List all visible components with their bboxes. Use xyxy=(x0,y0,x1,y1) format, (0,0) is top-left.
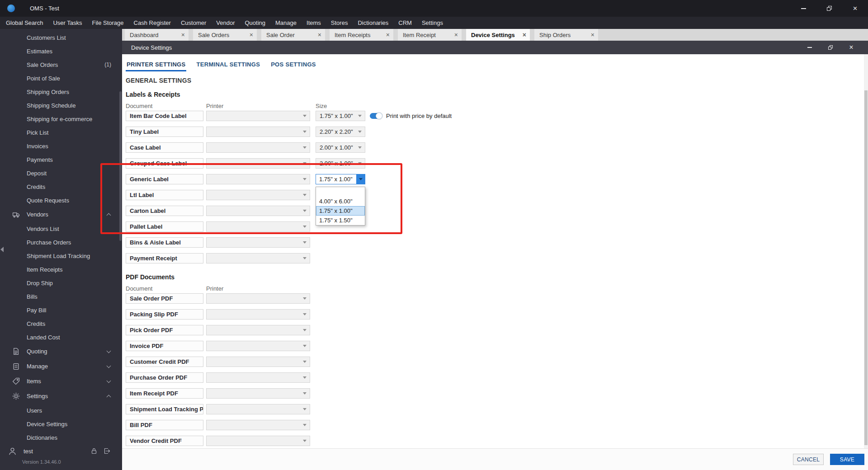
printer-select[interactable] xyxy=(206,404,310,414)
sidebar-item-payments[interactable]: Payments xyxy=(0,153,122,166)
printer-select[interactable] xyxy=(206,309,310,320)
sidebar-item-vendors-list[interactable]: Vendors List xyxy=(0,222,122,235)
dropdown-option-blank[interactable] xyxy=(316,187,365,197)
menu-item-customer[interactable]: Customer xyxy=(176,17,211,29)
printer-select[interactable] xyxy=(206,357,310,367)
tab-close-icon[interactable]: × xyxy=(591,32,594,38)
tab-close-icon[interactable]: × xyxy=(250,32,253,38)
printer-select[interactable] xyxy=(206,253,310,263)
size-select[interactable]: 2.00" x 1.00" xyxy=(316,158,365,169)
menu-item-dictionaries[interactable]: Dictionaries xyxy=(353,17,393,29)
printer-select[interactable] xyxy=(206,341,310,351)
menu-item-global-search[interactable]: Global Search xyxy=(1,17,48,29)
size-select[interactable]: 1.75" x 1.00" xyxy=(316,111,365,121)
cancel-button[interactable]: CANCEL xyxy=(793,454,824,465)
panel-close-button[interactable]: × xyxy=(841,41,862,54)
tab-ship-orders[interactable]: Ship Orders× xyxy=(534,29,598,41)
sidebar-scrollbar-thumb[interactable] xyxy=(119,91,122,241)
sidebar-item-customers-list[interactable]: Customers List xyxy=(0,31,122,44)
sidebar-item-point-of-sale[interactable]: Point of Sale xyxy=(0,71,122,85)
panel-maximize-button[interactable] xyxy=(820,41,841,54)
printer-select[interactable] xyxy=(206,111,310,121)
dropdown-option-1-75-x-1-00[interactable]: 1.75" x 1.00" xyxy=(316,206,365,216)
menu-item-items[interactable]: Items xyxy=(302,17,326,29)
printer-select[interactable] xyxy=(206,174,310,184)
printer-select[interactable] xyxy=(206,221,310,232)
panel-minimize-button[interactable] xyxy=(799,41,820,54)
size-combobox[interactable]: 1.75" x 1.00"4.00" x 6.00"1.75" x 1.00"1… xyxy=(316,174,365,184)
printer-select[interactable] xyxy=(206,325,310,335)
printer-select[interactable] xyxy=(206,436,310,446)
tab-item-receipt[interactable]: Item Receipt× xyxy=(398,29,462,41)
combobox-dropdown-button[interactable] xyxy=(356,174,365,184)
sidebar-item-invoices[interactable]: Invoices xyxy=(0,139,122,153)
sidebar-item-device-settings[interactable]: Device Settings xyxy=(0,417,122,431)
sidebar-section-quoting[interactable]: Quoting xyxy=(0,344,122,359)
tab-close-icon[interactable]: × xyxy=(386,32,390,38)
sidebar-item-pick-list[interactable]: Pick List xyxy=(0,126,122,139)
menu-item-file-storage[interactable]: File Storage xyxy=(87,17,128,29)
dropdown-option-1-75-x-1-50[interactable]: 1.75" x 1.50" xyxy=(316,216,365,225)
sidebar-collapse-handle[interactable] xyxy=(0,247,4,252)
printer-select[interactable] xyxy=(206,372,310,383)
printer-select[interactable] xyxy=(206,206,310,216)
dropdown-option-4-00-x-6-00[interactable]: 4.00" x 6.00" xyxy=(316,197,365,206)
sidebar-item-shipping-schedule[interactable]: Shipping Schedule xyxy=(0,99,122,112)
tab-dashboard[interactable]: Dashboard× xyxy=(125,29,189,41)
sidebar-item-shipment-load-tracking[interactable]: Shipment Load Tracking xyxy=(0,249,122,263)
printer-select[interactable] xyxy=(206,293,310,304)
menu-item-manage[interactable]: Manage xyxy=(270,17,302,29)
sidebar-item-credits[interactable]: Credits xyxy=(0,180,122,193)
logout-icon[interactable] xyxy=(103,447,110,455)
sidebar-item-purchase-orders[interactable]: Purchase Orders xyxy=(0,235,122,249)
sidebar-item-shipping-orders[interactable]: Shipping Orders xyxy=(0,85,122,99)
scrollbar-thumb[interactable] xyxy=(864,90,868,445)
tab-item-receipts[interactable]: Item Receipts× xyxy=(330,29,393,41)
sidebar-section-vendors[interactable]: Vendors xyxy=(0,207,122,222)
printer-select[interactable] xyxy=(206,420,310,430)
size-select[interactable]: 2.20" x 2.20" xyxy=(316,127,365,137)
tab-sale-order[interactable]: Sale Order× xyxy=(261,29,325,41)
sidebar-item-landed-cost[interactable]: Landed Cost xyxy=(0,330,122,344)
tab-device-settings[interactable]: Device Settings× xyxy=(466,29,530,41)
menu-item-settings[interactable]: Settings xyxy=(417,17,448,29)
tab-close-icon[interactable]: × xyxy=(454,32,458,38)
maximize-button[interactable] xyxy=(816,0,842,17)
tab-sale-orders[interactable]: Sale Orders× xyxy=(193,29,257,41)
print-with-price-toggle[interactable] xyxy=(370,113,382,119)
menu-item-quoting[interactable]: Quoting xyxy=(240,17,270,29)
sidebar-item-deposit[interactable]: Deposit xyxy=(0,166,122,180)
sidebar-item-estimates[interactable]: Estimates xyxy=(0,44,122,58)
sidebar-item-bills[interactable]: Bills xyxy=(0,290,122,303)
printer-select[interactable] xyxy=(206,127,310,137)
panel-tab-pos-settings[interactable]: POS SETTINGS xyxy=(270,61,317,71)
sidebar-item-drop-ship[interactable]: Drop Ship xyxy=(0,276,122,290)
printer-select[interactable] xyxy=(206,190,310,200)
sidebar-item-item-receipts[interactable]: Item Receipts xyxy=(0,263,122,276)
printer-select[interactable] xyxy=(206,237,310,248)
menu-item-cash-register[interactable]: Cash Register xyxy=(129,17,176,29)
user-menu[interactable]: test xyxy=(0,445,122,457)
sidebar-section-settings[interactable]: Settings xyxy=(0,389,122,404)
menu-item-crm[interactable]: CRM xyxy=(393,17,417,29)
tab-close-icon[interactable]: × xyxy=(318,32,321,38)
save-button[interactable]: SAVE xyxy=(830,454,864,465)
printer-select[interactable] xyxy=(206,158,310,169)
printer-select[interactable] xyxy=(206,388,310,399)
sidebar-section-manage[interactable]: Manage xyxy=(0,359,122,374)
lock-icon[interactable] xyxy=(90,447,98,455)
sidebar-item-users[interactable]: Users xyxy=(0,404,122,417)
menu-item-stores[interactable]: Stores xyxy=(326,17,353,29)
size-select[interactable]: 2.00" x 1.00" xyxy=(316,142,365,153)
sidebar-item-shipping-for-e-commerce[interactable]: Shipping for e-commerce xyxy=(0,112,122,126)
sidebar-item-dictionaries[interactable]: Dictionaries xyxy=(0,431,122,444)
minimize-button[interactable] xyxy=(791,0,816,17)
scrollbar-track[interactable] xyxy=(864,54,868,448)
printer-select[interactable] xyxy=(206,142,310,153)
panel-tab-printer-settings[interactable]: PRINTER SETTINGS xyxy=(126,61,186,71)
menu-item-vendor[interactable]: Vendor xyxy=(211,17,240,29)
close-button[interactable]: × xyxy=(842,0,868,17)
sidebar-item-sale-orders[interactable]: Sale Orders(1) xyxy=(0,58,122,71)
sidebar-item-quote-requests[interactable]: Quote Requests xyxy=(0,193,122,207)
sidebar-section-items[interactable]: Items xyxy=(0,374,122,389)
